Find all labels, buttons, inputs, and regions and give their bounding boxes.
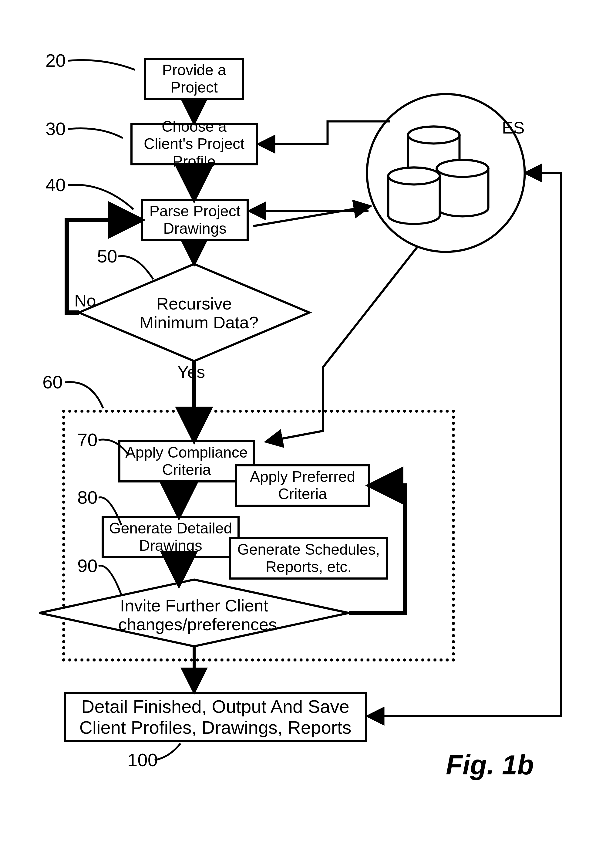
connectors [0, 0, 616, 846]
svg-line-17 [253, 206, 370, 226]
flowchart-canvas: Provide a Project Choose a Client's Proj… [0, 0, 616, 846]
